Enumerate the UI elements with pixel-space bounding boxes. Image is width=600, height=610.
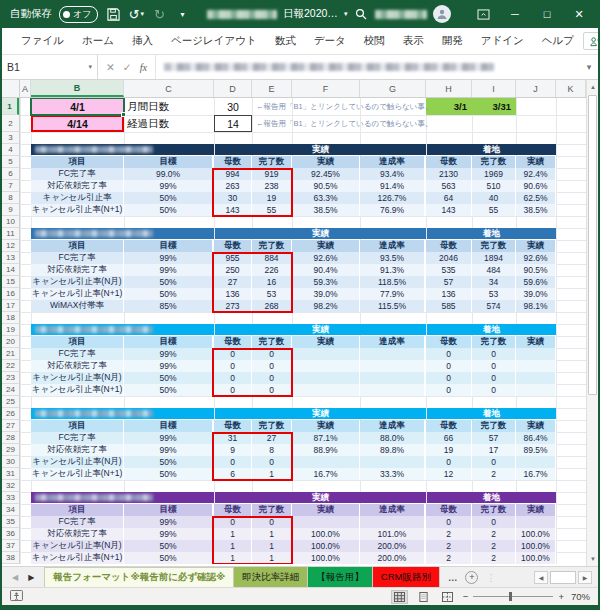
cell[interactable]: 1 <box>252 528 292 540</box>
cell[interactable]: 919 <box>252 168 292 180</box>
row-header-1[interactable]: 1 <box>2 98 19 115</box>
cell[interactable] <box>292 372 360 384</box>
cell[interactable]: 99% <box>124 516 214 528</box>
cell[interactable]: 0 <box>252 384 292 396</box>
table-header-cell[interactable]: 目標 <box>124 156 214 168</box>
row-header-24[interactable]: 24 <box>2 384 19 396</box>
cell[interactable]: 0 <box>214 372 252 384</box>
column-header-E[interactable]: E <box>252 80 292 97</box>
maximize-button[interactable]: □ <box>532 2 562 26</box>
name-box[interactable]: B1 ▾ <box>2 55 98 79</box>
cell[interactable]: 0 <box>426 456 472 468</box>
share-icon[interactable] <box>583 32 600 50</box>
cell[interactable]: 99% <box>124 180 214 192</box>
cell[interactable]: 143 <box>214 204 252 216</box>
vertical-scroll-thumb[interactable] <box>588 95 597 395</box>
cell[interactable]: 90.4% <box>292 264 360 276</box>
cell[interactable]: キャンセル引止率(N月) <box>31 540 124 552</box>
cell[interactable]: 88.0% <box>360 432 426 444</box>
row-header-21[interactable]: 21 <box>2 348 19 360</box>
accessibility-icon[interactable] <box>10 590 23 603</box>
cell[interactable]: 91.4% <box>360 180 426 192</box>
cell[interactable]: 対応依頼完了率 <box>31 180 124 192</box>
cell[interactable] <box>360 372 426 384</box>
table-header-cell[interactable]: 母数 <box>214 240 252 252</box>
cell-C1[interactable]: 月間日数 <box>124 98 214 115</box>
tab-file[interactable]: ファイル <box>12 28 73 54</box>
cell[interactable]: 16 <box>252 276 292 288</box>
row-header-30[interactable]: 30 <box>2 456 19 468</box>
cell[interactable]: 2 <box>472 468 516 480</box>
column-header-G[interactable]: G <box>360 80 426 97</box>
row-header-6[interactable]: 6 <box>2 168 19 180</box>
cell[interactable]: 90.5% <box>516 264 556 276</box>
row-header-34[interactable]: 34 <box>2 504 19 516</box>
row-header-31[interactable]: 31 <box>2 468 19 480</box>
cell[interactable]: 510 <box>472 180 516 192</box>
table-header-cell[interactable]: 完了数 <box>252 420 292 432</box>
cell[interactable]: 250 <box>214 264 252 276</box>
cancel-icon[interactable]: ✕ <box>106 61 115 73</box>
cell[interactable]: 955 <box>214 252 252 264</box>
title-dropdown-icon[interactable]: ▾ <box>344 10 348 18</box>
table-header-cell[interactable]: 完了数 <box>252 156 292 168</box>
cell[interactable]: 50% <box>124 288 214 300</box>
name-box-dropdown-icon[interactable]: ▾ <box>88 63 92 71</box>
cell[interactable]: 484 <box>472 264 516 276</box>
column-header-J[interactable]: J <box>516 80 556 97</box>
cell[interactable] <box>292 516 360 528</box>
cell[interactable]: 2 <box>472 552 516 564</box>
cell[interactable]: 対応依頼完了率 <box>31 264 124 276</box>
cell[interactable] <box>516 348 556 360</box>
tab-data[interactable]: データ <box>305 28 355 54</box>
cell[interactable]: 2 <box>426 540 472 552</box>
cell[interactable]: 0 <box>252 516 292 528</box>
cell[interactable]: 100.0% <box>292 540 360 552</box>
cell[interactable]: 101.0% <box>360 528 426 540</box>
row-header-15[interactable]: 15 <box>2 276 19 288</box>
cell[interactable]: 99% <box>124 444 214 456</box>
undo-dropdown-icon[interactable]: ▾ <box>141 10 145 18</box>
formula-input[interactable] <box>156 55 580 79</box>
cell[interactable]: 27 <box>252 432 292 444</box>
normal-view-icon[interactable] <box>391 590 408 604</box>
row-header-37[interactable]: 37 <box>2 540 19 552</box>
cell-B1[interactable]: 4/1 <box>31 98 124 115</box>
cell[interactable]: キャンセル引止率(N+1) <box>31 552 124 564</box>
table-header-cell[interactable]: 完了数 <box>472 420 516 432</box>
cell[interactable]: 2130 <box>426 168 472 180</box>
cell[interactable]: 39.0% <box>292 288 360 300</box>
zoom-level[interactable]: 70% <box>571 591 590 602</box>
cell[interactable]: 2 <box>472 540 516 552</box>
cell[interactable]: 対応依頼完了率 <box>31 444 124 456</box>
cell[interactable]: 53 <box>252 288 292 300</box>
cell[interactable]: 38.5% <box>292 204 360 216</box>
cell[interactable]: 57 <box>472 432 516 444</box>
row-header-12[interactable]: 12 <box>2 240 19 252</box>
save-icon[interactable] <box>105 4 121 24</box>
table-header-cell[interactable]: 達成率 <box>360 504 426 516</box>
cell[interactable]: 1894 <box>472 252 516 264</box>
row-header-2[interactable]: 2 <box>2 115 19 132</box>
row-header-25[interactable]: 25 <box>2 396 19 408</box>
cell[interactable] <box>516 384 556 396</box>
cell[interactable] <box>292 384 360 396</box>
hscroll-right-icon[interactable]: ▶ <box>578 571 592 584</box>
cell[interactable]: 100.0% <box>292 552 360 564</box>
column-header-C[interactable]: C <box>124 80 214 97</box>
avatar[interactable] <box>433 5 451 23</box>
table-header-cell[interactable]: 達成率 <box>360 420 426 432</box>
row-header-27[interactable]: 27 <box>2 420 19 432</box>
vertical-scrollbar[interactable]: ▲ ▼ <box>586 80 598 566</box>
cell[interactable]: 0 <box>426 516 472 528</box>
column-header-I[interactable]: I <box>472 80 516 97</box>
zoom-slider[interactable] <box>473 596 553 597</box>
cell[interactable]: 50% <box>124 276 214 288</box>
cell[interactable]: 99% <box>124 252 214 264</box>
cell[interactable]: 126.7% <box>360 192 426 204</box>
cell[interactable]: 38.5% <box>516 204 556 216</box>
row-header-5[interactable]: 5 <box>2 156 19 168</box>
cell[interactable]: 2 <box>426 528 472 540</box>
cell[interactable]: 535 <box>426 264 472 276</box>
tab-formulas[interactable]: 数式 <box>266 28 305 54</box>
